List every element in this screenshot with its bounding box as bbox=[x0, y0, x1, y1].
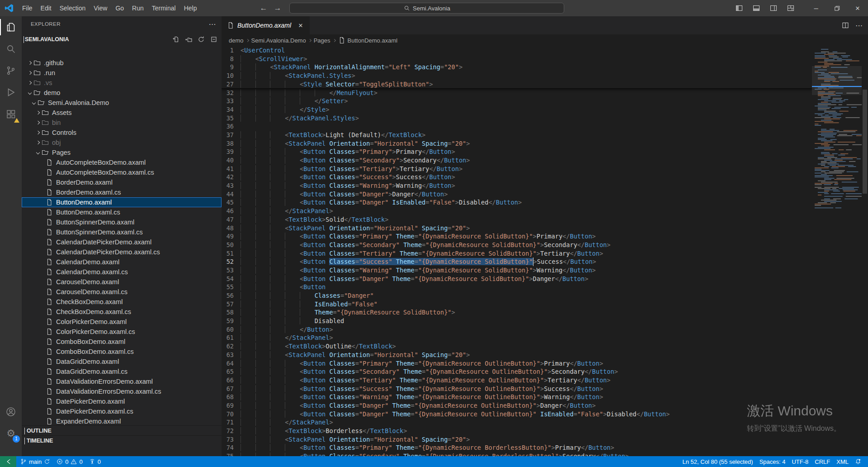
tree-item-buttondemo-axaml-cs[interactable]: ButtonDemo.axaml.cs bbox=[22, 207, 222, 217]
tree-item-calendardatepickerdemo-axaml-cs[interactable]: CalendarDatePickerDemo.axaml.cs bbox=[22, 247, 222, 257]
tree-item-buttonspinnerdemo-axaml-cs[interactable]: ButtonSpinnerDemo.axaml.cs bbox=[22, 227, 222, 237]
tree-item-datepickerdemo-axaml[interactable]: DatePickerDemo.axaml bbox=[22, 396, 222, 406]
tree-item-pages[interactable]: Pages bbox=[22, 148, 222, 157]
tree-item-datavalidationerrorsdemo-axaml[interactable]: DataValidationErrorsDemo.axaml bbox=[22, 376, 222, 386]
close-button[interactable]: ✕ bbox=[847, 0, 868, 16]
status-ports[interactable]: 0 bbox=[86, 456, 104, 467]
tree-item-comboboxdemo-axaml[interactable]: ComboBoxDemo.axaml bbox=[22, 337, 222, 347]
tree-item-datavalidationerrorsdemo-axaml-cs[interactable]: DataValidationErrorsDemo.axaml.cs bbox=[22, 386, 222, 396]
menu-selection[interactable]: Selection bbox=[56, 2, 90, 14]
status-language-mode[interactable]: XML bbox=[833, 456, 852, 467]
tree-item-autocompleteboxdemo-axaml[interactable]: AutoCompleteBoxDemo.axaml bbox=[22, 157, 222, 167]
tree-item-carouseldemo-axaml-cs[interactable]: CarouselDemo.axaml.cs bbox=[22, 287, 222, 297]
line-text: <Button Classes="Danger">Danger</Button> bbox=[241, 190, 448, 199]
tree-item-label: CalendarDemo.axaml bbox=[56, 258, 119, 266]
collapse-all-icon[interactable] bbox=[210, 35, 218, 43]
workspace-section-header[interactable]: SEMI.AVALONIA bbox=[22, 34, 222, 44]
status-problems[interactable]: 00 bbox=[53, 456, 85, 467]
toggle-secondary-sidebar-icon[interactable] bbox=[767, 2, 780, 14]
tree-item-colorpickerdemo-axaml-cs[interactable]: ColorPickerDemo.axaml.cs bbox=[22, 327, 222, 337]
tree-item-calendardatepickerdemo-axaml[interactable]: CalendarDatePickerDemo.axaml bbox=[22, 237, 222, 247]
activity-source-control[interactable] bbox=[0, 60, 22, 81]
explorer-more-actions-icon[interactable]: ⋯ bbox=[209, 20, 216, 29]
tree-item-checkboxdemo-axaml[interactable]: CheckBoxDemo.axaml bbox=[22, 297, 222, 307]
scrollbar-thumb[interactable] bbox=[863, 90, 867, 194]
tree-item-checkboxdemo-axaml-cs[interactable]: CheckBoxDemo.axaml.cs bbox=[22, 307, 222, 317]
tree-item-borderdemo-axaml[interactable]: BorderDemo.axaml bbox=[22, 177, 222, 187]
status-notifications[interactable] bbox=[852, 456, 864, 467]
tree-item-borderdemo-axaml-cs[interactable]: BorderDemo.axaml.cs bbox=[22, 187, 222, 197]
minimap[interactable] bbox=[812, 46, 862, 456]
restore-button[interactable] bbox=[826, 0, 847, 16]
activity-search[interactable] bbox=[0, 38, 22, 60]
outline-section[interactable]: OUTLINE bbox=[22, 425, 222, 435]
go-back-icon[interactable]: ← bbox=[259, 4, 267, 13]
status-right: Ln 52, Col 80 (55 selected)Spaces: 4UTF-… bbox=[679, 456, 868, 467]
tree-item-buttondemo-axaml[interactable]: ButtonDemo.axaml bbox=[22, 197, 222, 207]
tree-item-controls[interactable]: Controls bbox=[22, 128, 222, 138]
activity-run-debug[interactable] bbox=[0, 81, 22, 103]
minimize-button[interactable]: ─ bbox=[806, 0, 826, 16]
tree-item-colorpickerdemo-axaml[interactable]: ColorPickerDemo.axaml bbox=[22, 317, 222, 327]
tree-item-calendardemo-axaml[interactable]: CalendarDemo.axaml bbox=[22, 257, 222, 267]
tree-item-demo[interactable]: demo bbox=[22, 88, 222, 98]
tree-item-obj[interactable]: obj bbox=[22, 138, 222, 148]
timeline-section[interactable]: TIMELINE bbox=[22, 435, 222, 445]
tree-item-expanderdemo-axaml[interactable]: ExpanderDemo.axaml bbox=[22, 416, 222, 425]
tree-item--run[interactable]: .run bbox=[22, 68, 222, 78]
tree-item-buttonspinnerdemo-axaml[interactable]: ButtonSpinnerDemo.axaml bbox=[22, 217, 222, 227]
go-forward-icon[interactable]: → bbox=[274, 4, 281, 13]
tab-close-icon[interactable]: ✕ bbox=[296, 21, 305, 30]
activity-explorer[interactable] bbox=[0, 16, 22, 38]
tree-item--github[interactable]: .github bbox=[22, 58, 222, 68]
customize-layout-icon[interactable] bbox=[784, 2, 797, 14]
activity-extensions[interactable] bbox=[0, 103, 22, 125]
tree-item-label: BorderDemo.axaml.cs bbox=[56, 189, 121, 196]
tree-item-carouseldemo-axaml[interactable]: CarouselDemo.axaml bbox=[22, 277, 222, 287]
activity-account[interactable] bbox=[0, 401, 22, 423]
line-text: <Button bbox=[241, 283, 326, 291]
breadcrumb-item[interactable]: Pages bbox=[314, 37, 330, 44]
status-eol[interactable]: CRLF bbox=[811, 456, 833, 467]
breadcrumb-item[interactable]: demo bbox=[229, 37, 244, 44]
new-file-icon[interactable] bbox=[172, 35, 180, 43]
code-line-39: 39 <Button Classes="Primary">Primary</Bu… bbox=[222, 148, 812, 156]
more-actions-icon[interactable]: ⋯ bbox=[855, 21, 863, 30]
toggle-sidebar-icon[interactable] bbox=[732, 2, 746, 14]
line-text: </Button> bbox=[241, 325, 333, 334]
refresh-icon[interactable] bbox=[197, 35, 205, 43]
new-folder-icon[interactable] bbox=[184, 35, 193, 43]
menu-edit[interactable]: Edit bbox=[37, 2, 56, 14]
tree-item-bin[interactable]: bin bbox=[22, 118, 222, 128]
tree-item--vs[interactable]: .vs bbox=[22, 78, 222, 88]
status-remote-indicator[interactable] bbox=[0, 456, 16, 467]
toggle-panel-icon[interactable] bbox=[750, 2, 763, 14]
status-indentation[interactable]: Spaces: 4 bbox=[756, 456, 789, 467]
split-editor-icon[interactable] bbox=[842, 22, 849, 29]
tab-buttondemo-axaml[interactable]: ButtonDemo.axaml ✕ bbox=[222, 16, 310, 34]
tree-item-autocompleteboxdemo-axaml-cs[interactable]: AutoCompleteBoxDemo.axaml.cs bbox=[22, 167, 222, 177]
status-encoding[interactable]: UTF-8 bbox=[788, 456, 811, 467]
menu-run[interactable]: Run bbox=[128, 2, 148, 14]
line-text: <Button Classes="Primary" Theme="{Dynami… bbox=[241, 359, 603, 368]
menu-help[interactable]: Help bbox=[180, 2, 201, 14]
command-center-search[interactable]: Semi.Avalonia bbox=[289, 3, 564, 14]
menu-view[interactable]: View bbox=[90, 2, 111, 14]
menu-go[interactable]: Go bbox=[111, 2, 128, 14]
tree-item-comboboxdemo-axaml-cs[interactable]: ComboBoxDemo.axaml.cs bbox=[22, 347, 222, 357]
tree-item-assets[interactable]: Assets bbox=[22, 108, 222, 118]
tree-item-datagriddemo-axaml-cs[interactable]: DataGridDemo.axaml.cs bbox=[22, 367, 222, 376]
tree-item-datepickerdemo-axaml-cs[interactable]: DatePickerDemo.axaml.cs bbox=[22, 406, 222, 416]
code-pane[interactable]: 32 </MenuFlyout>33 </Setter>34 </Style>3… bbox=[222, 46, 812, 456]
tree-item-semi-avalonia-demo[interactable]: Semi.Avalonia.Demo bbox=[22, 98, 222, 108]
tree-item-calendardemo-axaml-cs[interactable]: CalendarDemo.axaml.cs bbox=[22, 267, 222, 277]
breadcrumb-item[interactable]: Semi.Avalonia.Demo bbox=[251, 37, 306, 44]
status-cursor-position[interactable]: Ln 52, Col 80 (55 selected) bbox=[679, 456, 756, 467]
menu-file[interactable]: File bbox=[18, 2, 37, 14]
menu-terminal[interactable]: Terminal bbox=[148, 2, 180, 14]
tree-item-datagriddemo-axaml[interactable]: DataGridDemo.axaml bbox=[22, 357, 222, 367]
breadcrumb-item[interactable]: ButtonDemo.axaml bbox=[338, 37, 398, 44]
vertical-scrollbar[interactable] bbox=[862, 46, 868, 456]
status-git-branch[interactable]: main bbox=[17, 456, 53, 467]
activity-settings[interactable]: ⚙1 bbox=[0, 423, 22, 444]
